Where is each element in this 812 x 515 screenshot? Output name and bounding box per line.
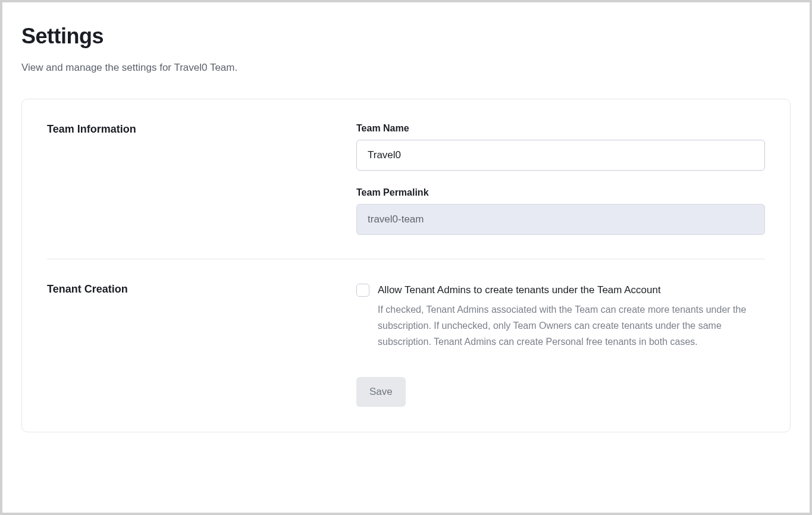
team-permalink-label: Team Permalink xyxy=(356,187,765,198)
tenant-creation-section: Tenant Creation Allow Tenant Admins to c… xyxy=(47,259,765,407)
team-name-input[interactable] xyxy=(356,140,765,171)
form-actions: Save xyxy=(356,377,765,407)
team-information-heading: Team Information xyxy=(47,123,333,136)
allow-tenant-admins-checkbox[interactable] xyxy=(356,284,369,297)
allow-tenant-admins-text: Allow Tenant Admins to create tenants un… xyxy=(378,283,765,350)
settings-card: Team Information Team Name Team Permalin… xyxy=(21,99,791,432)
team-name-field: Team Name xyxy=(356,123,765,171)
save-button[interactable]: Save xyxy=(356,377,406,407)
settings-page: Settings View and manage the settings fo… xyxy=(2,2,810,513)
section-content-col: Team Name Team Permalink xyxy=(356,123,765,235)
allow-tenant-admins-description: If checked, Tenant Admins associated wit… xyxy=(378,302,765,350)
page-title: Settings xyxy=(21,24,791,49)
section-heading-col: Tenant Creation xyxy=(47,283,333,407)
page-subtitle: View and manage the settings for Travel0… xyxy=(21,62,791,74)
allow-tenant-admins-row: Allow Tenant Admins to create tenants un… xyxy=(356,283,765,350)
section-content-col: Allow Tenant Admins to create tenants un… xyxy=(356,283,765,407)
team-permalink-field: Team Permalink xyxy=(356,187,765,235)
team-permalink-input xyxy=(356,204,765,235)
team-information-section: Team Information Team Name Team Permalin… xyxy=(47,123,765,235)
allow-tenant-admins-label[interactable]: Allow Tenant Admins to create tenants un… xyxy=(378,283,765,298)
team-name-label: Team Name xyxy=(356,123,765,134)
section-heading-col: Team Information xyxy=(47,123,333,235)
tenant-creation-heading: Tenant Creation xyxy=(47,283,333,296)
